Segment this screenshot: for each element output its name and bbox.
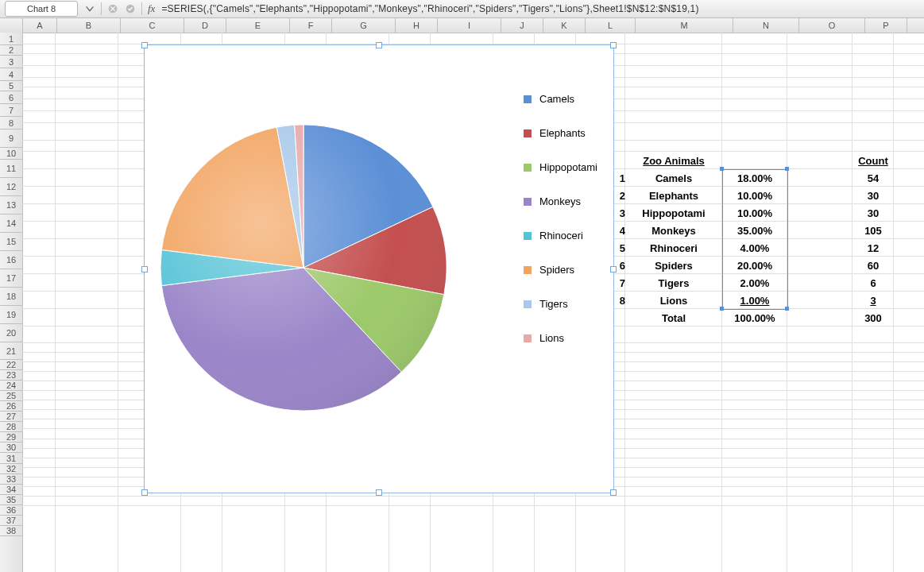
row-num-2[interactable]: 2 [576,187,630,204]
col-header-J[interactable]: J [501,18,543,33]
row-header-26[interactable]: 26 [0,401,22,412]
animal-pct-hippopotami[interactable]: 10.00% [722,204,787,222]
col-header-M[interactable]: M [636,18,733,33]
total-label[interactable]: Total [625,309,722,327]
row-header-28[interactable]: 28 [0,422,22,432]
row-num-7[interactable]: 7 [576,274,630,292]
row-header-19[interactable]: 19 [0,306,22,324]
legend-item-lions[interactable]: Lions [524,332,597,344]
row-header-12[interactable]: 12 [0,178,22,196]
pie-chart-object[interactable]: CamelsElephantsHippopotamiMonkeysRhinoce… [144,44,614,493]
confirm-icon[interactable] [123,2,137,16]
animal-count-elephants[interactable]: 30 [852,187,894,204]
row-header-16[interactable]: 16 [0,251,22,269]
row-header-33[interactable]: 33 [0,474,22,485]
row-header-29[interactable]: 29 [0,432,22,443]
animal-pct-rhinoceri[interactable]: 4.00% [722,239,787,257]
col-header-P[interactable]: P [865,18,907,33]
animal-count-monkeys[interactable]: 105 [852,222,894,239]
col-header-H[interactable]: H [396,18,438,33]
row-header-17[interactable]: 17 [0,269,22,288]
legend-item-camels[interactable]: Camels [524,93,597,105]
row-header-1[interactable]: 1 [0,33,22,45]
animal-pct-tigers[interactable]: 2.00% [722,274,787,292]
animal-name-monkeys[interactable]: Monkeys [625,222,722,239]
col-header-O[interactable]: O [799,18,865,33]
total-pct[interactable]: 100.00% [722,309,787,327]
cancel-icon[interactable] [106,2,120,16]
col-header-L[interactable]: L [586,18,636,33]
animal-name-lions[interactable]: Lions [625,292,722,309]
animal-pct-monkeys[interactable]: 35.00% [722,222,787,239]
row-num-3[interactable]: 3 [576,204,630,222]
animal-name-hippopotami[interactable]: Hippopotami [625,204,722,222]
animal-pct-elephants[interactable]: 10.00% [722,187,787,204]
col-header-F[interactable]: F [290,18,332,33]
row-header-25[interactable]: 25 [0,391,22,401]
row-num-8[interactable]: 8 [576,292,630,309]
row-header-32[interactable]: 32 [0,464,22,474]
row-header-4[interactable]: 4 [0,68,22,81]
row-header-30[interactable]: 30 [0,443,22,453]
name-box[interactable]: Chart 8 [5,1,78,17]
select-all-corner[interactable] [0,18,23,33]
col-header-A[interactable]: A [23,18,57,33]
spreadsheet-grid[interactable]: ABCDEFGHIJKLMNOP 12345678910111213141516… [0,18,924,572]
row-header-35[interactable]: 35 [0,495,22,505]
legend-item-elephants[interactable]: Elephants [524,127,597,139]
row-header-20[interactable]: 20 [0,324,22,342]
row-header-8[interactable]: 8 [0,117,22,129]
row-header-9[interactable]: 9 [0,129,22,148]
row-header-27[interactable]: 27 [0,412,22,422]
row-header-23[interactable]: 23 [0,370,22,381]
row-header-18[interactable]: 18 [0,288,22,306]
col-header-B[interactable]: B [57,18,121,33]
row-header-2[interactable]: 2 [0,45,22,56]
animal-count-camels[interactable]: 54 [852,169,894,187]
row-header-15[interactable]: 15 [0,233,22,251]
col-header-K[interactable]: K [543,18,586,33]
row-header-21[interactable]: 21 [0,342,22,360]
row-header-37[interactable]: 37 [0,516,22,526]
header-count[interactable]: Count [852,152,894,169]
row-num-6[interactable]: 6 [576,257,630,274]
namebox-dropdown-icon[interactable] [83,2,97,16]
animal-name-camels[interactable]: Camels [625,169,722,187]
row-header-3[interactable]: 3 [0,56,22,68]
row-header-14[interactable]: 14 [0,214,22,233]
fx-icon[interactable]: fx [148,2,155,15]
row-header-6[interactable]: 6 [0,91,22,104]
header-zoo-animals[interactable]: Zoo Animals [625,152,722,169]
animal-pct-spiders[interactable]: 20.00% [722,257,787,274]
animal-name-tigers[interactable]: Tigers [625,274,722,292]
row-header-24[interactable]: 24 [0,381,22,391]
row-header-5[interactable]: 5 [0,81,22,91]
row-header-38[interactable]: 38 [0,526,22,536]
animal-count-spiders[interactable]: 60 [852,257,894,274]
animal-count-hippopotami[interactable]: 30 [852,204,894,222]
row-header-7[interactable]: 7 [0,104,22,117]
row-header-34[interactable]: 34 [0,485,22,495]
col-header-E[interactable]: E [226,18,290,33]
row-num-4[interactable]: 4 [576,222,630,239]
row-num-1[interactable]: 1 [576,169,630,187]
animal-count-lions[interactable]: 3 [852,292,894,309]
col-header-N[interactable]: N [733,18,799,33]
row-header-13[interactable]: 13 [0,196,22,214]
row-header-22[interactable]: 22 [0,360,22,370]
animal-name-spiders[interactable]: Spiders [625,257,722,274]
total-count[interactable]: 300 [852,309,894,327]
formula-input[interactable]: =SERIES(,{"Camels","Elephants","Hippopot… [158,3,924,14]
animal-pct-lions[interactable]: 1.00% [722,292,787,309]
col-header-G[interactable]: G [332,18,396,33]
animal-count-tigers[interactable]: 6 [852,274,894,292]
animal-name-elephants[interactable]: Elephants [625,187,722,204]
col-header-I[interactable]: I [438,18,501,33]
row-num-5[interactable]: 5 [576,239,630,257]
col-header-C[interactable]: C [121,18,184,33]
row-header-11[interactable]: 11 [0,160,22,178]
row-header-31[interactable]: 31 [0,453,22,464]
row-header-36[interactable]: 36 [0,505,22,516]
row-header-10[interactable]: 10 [0,148,22,160]
animal-count-rhinoceri[interactable]: 12 [852,239,894,257]
